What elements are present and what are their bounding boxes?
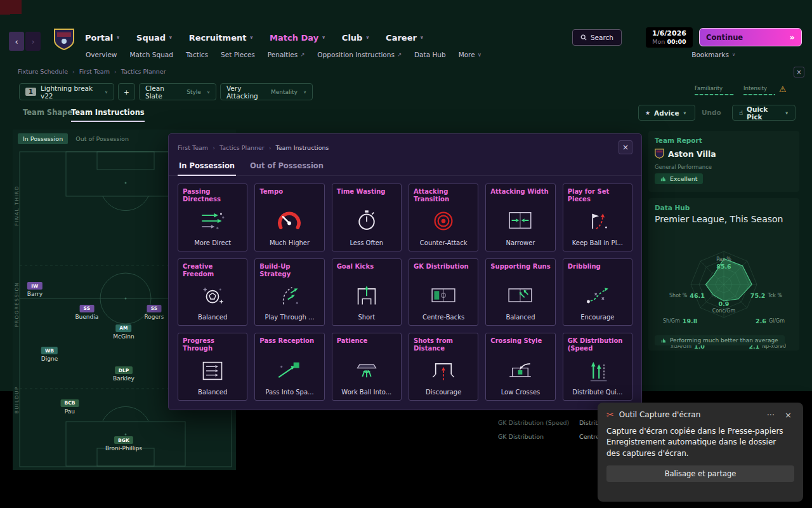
system-badge-2 — [0, 0, 10, 15]
search-button[interactable]: Search — [572, 29, 622, 46]
breadcrumb-segment[interactable]: First Team — [79, 68, 110, 75]
instruction-card[interactable]: Goal Kicks Short — [332, 258, 402, 326]
instruction-card[interactable]: Patience Work Ball Into... — [332, 333, 402, 401]
player-role-badge: IW — [27, 282, 42, 290]
tempo-icon — [255, 202, 324, 239]
pitch-player[interactable]: WB Digne — [41, 347, 58, 362]
set-pieces-icon — [563, 203, 632, 239]
pitch-player[interactable]: SS Buendia — [75, 305, 98, 320]
instruction-card[interactable]: Shots from Distance Discourage — [409, 333, 478, 401]
instruction-card[interactable]: Time Wasting Less Often — [332, 184, 402, 251]
header-right-cluster: Search 1/6/2026 Mon 00:00 Continue » — [572, 27, 802, 48]
back-button[interactable]: ‹ — [9, 32, 24, 51]
instruction-card[interactable]: Creative Freedom Balanced — [178, 258, 247, 326]
instruction-card[interactable]: Supporting Runs Balanced — [485, 258, 555, 326]
tactic-selector[interactable]: 1 Lightning break v22 ∨ — [19, 83, 114, 100]
tab-team-shape[interactable]: Team Shape — [23, 108, 72, 117]
subnav-item[interactable]: Set Pieces ↗ ∨ — [221, 51, 255, 58]
toast-body: Capture d'écran copiée dans le Presse-pa… — [606, 426, 792, 459]
markup-share-button[interactable]: Balisage et partage — [606, 465, 794, 482]
quick-pick-button[interactable]: ☝ Quick Pick ∨ — [732, 105, 796, 121]
panel-title: Data Hub — [655, 204, 793, 211]
close-icon[interactable]: × — [619, 140, 632, 154]
nav-item[interactable]: Club ∨ — [342, 33, 369, 43]
pitch-tab-in-possession[interactable]: In Possession — [18, 133, 68, 144]
subnav-item[interactable]: Overview ↗ ∨ — [86, 51, 117, 58]
instruction-card[interactable]: Play for Set Pieces Keep Ball in Pl... — [563, 184, 632, 251]
pitch-player[interactable]: BGK Broni-Phillips — [105, 436, 142, 451]
tab-team-instructions[interactable]: Team Instructions — [71, 108, 145, 122]
instruction-card[interactable]: Passing Directness More Direct — [178, 184, 247, 251]
player-role-badge: DLP — [115, 366, 133, 374]
pitch-player[interactable]: IW Barry — [27, 282, 43, 297]
nav-item[interactable]: Squad ∨ — [136, 33, 173, 43]
nav-item[interactable]: Match Day ∨ — [270, 33, 325, 43]
modal-tab-in-possession[interactable]: In Possession — [178, 158, 236, 176]
forward-button[interactable]: › — [25, 32, 41, 51]
chevron-down-icon: ∨ — [169, 35, 173, 40]
attacking-transition-icon — [409, 203, 478, 239]
player-name: Buendia — [75, 314, 98, 320]
close-icon[interactable]: × — [782, 410, 794, 420]
modal-tab-out-of-possession[interactable]: Out of Possession — [249, 158, 325, 175]
search-icon — [580, 34, 587, 41]
player-role-badge: WB — [41, 347, 58, 354]
style-selector[interactable]: Clean Slate Style ∨ — [139, 83, 216, 100]
pitch-player[interactable]: BCB Pau — [60, 399, 79, 415]
subnav-item[interactable]: Match Squad ↗ ∨ — [129, 51, 173, 58]
subnav-item[interactable]: More ↗ ∨ — [459, 51, 481, 58]
breadcrumb-segment[interactable]: First Team — [178, 144, 208, 151]
subnav-item[interactable]: Data Hub ↗ ∨ — [414, 51, 446, 58]
nav-item[interactable]: Recruitment ∨ — [189, 33, 253, 43]
attacking-width-icon — [486, 202, 554, 239]
advice-button[interactable]: ★ Advice ∨ — [638, 105, 695, 121]
thumbs-up-icon — [661, 338, 667, 344]
instruction-card[interactable]: Attacking Width Narrower — [485, 184, 555, 251]
instruction-card[interactable]: Crossing Style Low Crosses — [485, 333, 555, 401]
scissors-icon: ✂ — [606, 410, 614, 420]
player-name: Barry — [27, 291, 43, 297]
performance-label: General Performance — [655, 164, 793, 170]
dribbling-icon — [563, 277, 632, 314]
close-icon[interactable]: × — [794, 67, 804, 77]
double-chevron-icon: » — [790, 32, 795, 42]
external-link-icon: ↗ — [397, 51, 402, 58]
breadcrumb-segment[interactable]: Tactics Planner — [121, 68, 166, 75]
instruction-card[interactable]: GK Distribution (Speed Distribute Qui... — [563, 333, 632, 401]
pitch-player[interactable]: SS Rogers — [145, 305, 164, 320]
add-tactic-button[interactable]: + — [118, 83, 135, 100]
external-link-icon: ↗ — [300, 51, 304, 58]
instruction-card[interactable]: Attacking Transition Counter-Attack — [409, 184, 478, 251]
nav-item[interactable]: Career ∨ — [386, 33, 423, 43]
breadcrumb-segment[interactable]: Tactics Planner — [219, 144, 265, 151]
pitch-player[interactable]: AM McGinn — [113, 324, 134, 340]
instruction-card[interactable]: Dribbling Encourage — [563, 258, 632, 326]
subnav-item[interactable]: Tactics ↗ ∨ — [186, 51, 208, 58]
club-row[interactable]: Aston Villa — [655, 149, 793, 159]
player-name: McGinn — [113, 333, 134, 340]
bookmarks-menu[interactable]: Bookmarks ∨ — [691, 51, 735, 58]
instruction-card[interactable]: Build-Up Strategy Play Through ... — [254, 258, 324, 326]
player-role-badge: BGK — [114, 436, 133, 444]
pitch-tab-out-of-possession[interactable]: Out of Possession — [70, 133, 134, 144]
instruction-card[interactable]: Progress Through Balanced — [178, 333, 247, 401]
pitch-player[interactable]: DLP Barkley — [113, 366, 134, 382]
player-name: Digne — [41, 356, 58, 362]
game-date[interactable]: 1/6/2026 Mon 00:00 — [646, 27, 693, 48]
subnav-item[interactable]: Penalties ↗ ∨ — [268, 51, 305, 58]
instruction-card[interactable]: Tempo Much Higher — [254, 184, 324, 251]
continue-button[interactable]: Continue » — [699, 28, 802, 46]
breadcrumb-segment[interactable]: Fixture Schedule — [18, 68, 68, 75]
instruction-card[interactable]: Pass Reception Pass Into Spa... — [254, 333, 324, 401]
main-nav: Portal ∨ Squad ∨ Recruitment ∨ Match Day… — [85, 28, 424, 47]
thumbs-up-icon — [660, 176, 667, 182]
instruction-card[interactable]: GK Distribution Centre-Backs — [409, 258, 478, 326]
nav-item[interactable]: Portal ∨ — [85, 33, 120, 43]
undo-button[interactable]: Undo — [702, 109, 721, 116]
chevron-down-icon: ∨ — [478, 51, 481, 58]
chevron-down-icon: ∨ — [365, 35, 369, 40]
subnav-item[interactable]: Opposition Instructions ↗ ∨ — [317, 51, 402, 58]
player-name: Barkley — [113, 375, 134, 382]
more-options-icon[interactable]: ··· — [764, 410, 777, 420]
mentality-selector[interactable]: Very Attacking Mentality ∨ — [220, 83, 313, 100]
